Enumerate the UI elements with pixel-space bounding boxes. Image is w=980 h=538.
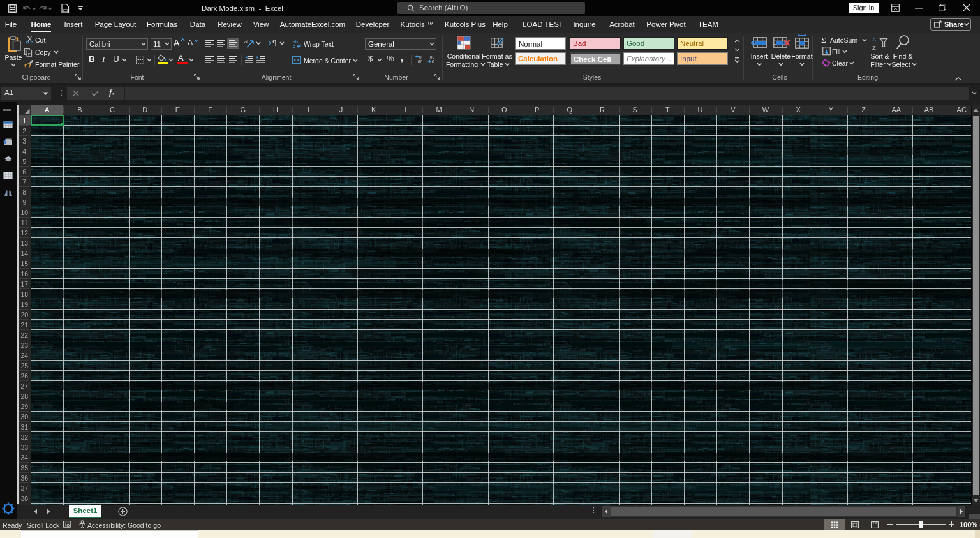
- svg-text:0: 0: [432, 59, 434, 64]
- svg-text:Z: Z: [872, 44, 876, 50]
- svg-text:ab: ab: [293, 40, 298, 44]
- svg-text:ab: ab: [244, 39, 249, 45]
- svg-text:c: c: [293, 44, 295, 49]
- svg-text:A: A: [872, 36, 877, 43]
- svg-text:.00: .00: [417, 59, 422, 64]
- svg-text:0: 0: [419, 55, 422, 59]
- svg-text:.00: .00: [429, 55, 434, 59]
